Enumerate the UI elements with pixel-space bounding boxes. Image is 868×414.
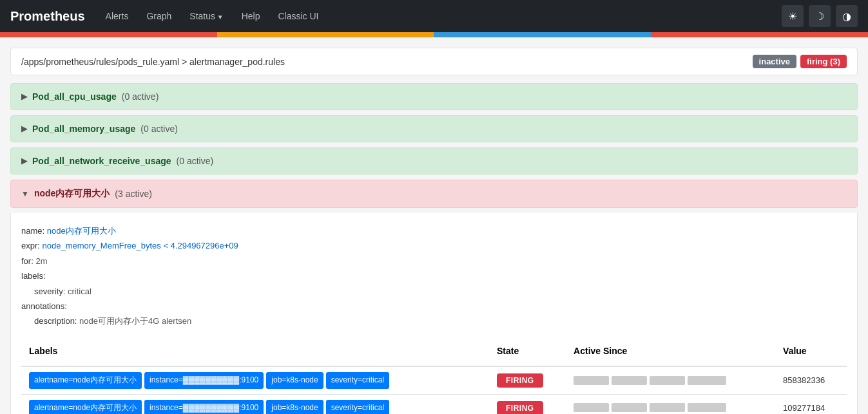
rule-group-pod-memory: ▶ Pod_all_memory_usage (0 active)	[10, 115, 858, 142]
label-tag: job=k8s-node	[266, 400, 323, 414]
detail-severity-line: severity: critical	[21, 284, 847, 299]
nav-classic-ui[interactable]: Classic UI	[271, 7, 327, 25]
label-tag: severity=critical	[326, 372, 389, 389]
rule-group-pod-cpu-header[interactable]: ▶ Pod_all_cpu_usage (0 active)	[11, 84, 857, 109]
main-content: /apps/prometheus/rules/pods_rule.yaml > …	[0, 37, 868, 414]
rule-group-pod-memory-header[interactable]: ▶ Pod_all_memory_usage (0 active)	[11, 116, 857, 142]
label-tag: instance=▓▓▓▓▓▓▓▓▓▓:9100	[144, 400, 264, 414]
detail-description-line: description: node可用内存小于4G alertsen	[21, 314, 847, 328]
theme-light-button[interactable]: ☀	[782, 5, 804, 27]
rule-group-node-mem-header[interactable]: ▼ node内存可用大小 (3 active)	[11, 180, 857, 207]
description-label: description:	[34, 316, 77, 326]
detail-expr-line: expr: node_memory_MemFree_bytes < 4.2949…	[21, 238, 847, 253]
label-tag: alertname=node内存可用大小	[29, 400, 142, 414]
for-label: for:	[21, 256, 34, 266]
cell-labels: alertname=node内存可用大小instance=▓▓▓▓▓▓▓▓▓▓:…	[21, 366, 489, 394]
labels-label: labels:	[21, 271, 46, 281]
expr-value: node_memory_MemFree_bytes < 4.294967296e…	[43, 241, 238, 250]
rule-name-node-mem: node内存可用大小	[34, 188, 110, 200]
label-tag: instance=▓▓▓▓▓▓▓▓▓▓:9100	[144, 372, 264, 389]
alert-table: Labels State Active Since Value alertnam…	[21, 337, 847, 414]
blurred-timestamp	[650, 376, 685, 385]
col-labels: Labels	[21, 337, 489, 366]
col-value: Value	[775, 337, 847, 366]
badge-group: inactive firing (3)	[753, 55, 847, 68]
theme-dark-button[interactable]: ☽	[809, 5, 831, 27]
cell-state: FIRING	[489, 366, 566, 394]
annotations-label: annotations:	[21, 301, 67, 311]
rule-group-pod-network-header[interactable]: ▶ Pod_all_network_receive_usage (0 activ…	[11, 148, 857, 174]
blurred-timestamp	[650, 403, 685, 412]
firing-state-badge: FIRING	[497, 373, 543, 388]
nav-links: Alerts Graph Status Help Classic UI	[98, 7, 769, 25]
col-state: State	[489, 337, 566, 366]
nav-help[interactable]: Help	[234, 7, 268, 25]
label-tag: severity=critical	[326, 400, 389, 414]
brand-logo[interactable]: Prometheus	[10, 9, 85, 24]
blurred-timestamp	[612, 376, 647, 385]
for-value: 2m	[35, 256, 47, 266]
label-tag: job=k8s-node	[266, 372, 323, 389]
cell-state: FIRING	[489, 394, 566, 414]
chevron-right-icon: ▶	[21, 156, 27, 165]
table-row: alertname=node内存可用大小instance=▓▓▓▓▓▓▓▓▓▓:…	[21, 366, 847, 394]
rule-name-pod-network: Pod_all_network_receive_usage	[32, 156, 171, 166]
theme-icons: ☀ ☽ ◑	[782, 5, 858, 27]
label-tags: alertname=node内存可用大小instance=▓▓▓▓▓▓▓▓▓▓:…	[29, 372, 481, 389]
chevron-right-icon: ▶	[21, 124, 27, 133]
severity-value: critical	[68, 287, 92, 296]
cell-active-since	[566, 394, 775, 414]
firing-state-badge: FIRING	[497, 401, 543, 414]
blurred-timestamp	[688, 403, 726, 412]
chevron-down-icon: ▼	[21, 189, 29, 198]
nav-alerts[interactable]: Alerts	[98, 7, 137, 25]
name-label: name:	[21, 226, 44, 236]
active-count-pod-memory: (0 active)	[140, 124, 178, 134]
active-count-pod-network: (0 active)	[177, 156, 214, 166]
cell-labels: alertname=node内存可用大小instance=▓▓▓▓▓▓▓▓▓▓:…	[21, 394, 489, 414]
rule-details: name: node内存可用大小 expr: node_memory_MemFr…	[10, 213, 858, 414]
blurred-timestamp	[574, 376, 609, 385]
rule-group-pod-network: ▶ Pod_all_network_receive_usage (0 activ…	[10, 147, 858, 174]
table-row: alertname=node内存可用大小instance=▓▓▓▓▓▓▓▓▓▓:…	[21, 394, 847, 414]
label-tags: alertname=node内存可用大小instance=▓▓▓▓▓▓▓▓▓▓:…	[29, 400, 481, 414]
detail-annotations-line: annotations:	[21, 299, 847, 314]
cell-value: 858382336	[775, 366, 847, 394]
nav-status[interactable]: Status	[182, 7, 231, 25]
severity-label: severity:	[34, 287, 65, 296]
breadcrumb-text: /apps/prometheus/rules/pods_rule.yaml > …	[21, 57, 285, 67]
rule-group-pod-cpu: ▶ Pod_all_cpu_usage (0 active)	[10, 83, 858, 110]
detail-for-line: for: 2m	[21, 254, 847, 268]
navbar: Prometheus Alerts Graph Status Help Clas…	[0, 0, 868, 32]
expr-label: expr:	[21, 241, 40, 250]
detail-labels-line: labels:	[21, 268, 847, 283]
active-count-node-mem: (3 active)	[115, 189, 152, 199]
cell-value: 109277184	[775, 394, 847, 414]
col-active-since: Active Since	[566, 337, 775, 366]
cell-active-since	[566, 366, 775, 394]
nav-graph[interactable]: Graph	[139, 7, 179, 25]
color-bar	[0, 32, 868, 37]
inactive-badge: inactive	[753, 55, 796, 68]
blurred-timestamp	[612, 403, 647, 412]
detail-name-line: name: node内存可用大小	[21, 223, 847, 238]
rule-name-pod-cpu: Pod_all_cpu_usage	[32, 91, 117, 102]
label-tag: alertname=node内存可用大小	[29, 372, 142, 389]
rule-name-pod-memory: Pod_all_memory_usage	[32, 124, 135, 134]
blurred-timestamp	[688, 376, 726, 385]
breadcrumb-row: /apps/prometheus/rules/pods_rule.yaml > …	[10, 48, 858, 75]
firing-badge-header: firing (3)	[800, 55, 847, 68]
name-value: node内存可用大小	[47, 226, 116, 236]
description-value: node可用内存小于4G alertsen	[79, 316, 191, 326]
active-count-pod-cpu: (0 active)	[122, 91, 159, 102]
rule-group-node-mem: ▼ node内存可用大小 (3 active)	[10, 180, 858, 208]
theme-contrast-button[interactable]: ◑	[836, 5, 858, 27]
chevron-right-icon: ▶	[21, 92, 27, 101]
blurred-timestamp	[574, 403, 609, 412]
